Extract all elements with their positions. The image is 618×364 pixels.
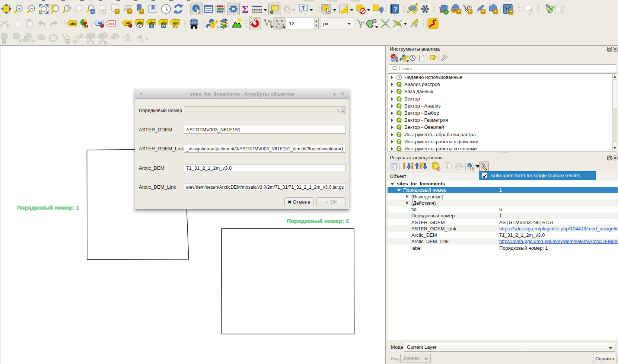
- svg-text:?: ?: [394, 6, 398, 12]
- svg-text:+: +: [445, 10, 447, 14]
- svg-text:i: i: [195, 6, 197, 11]
- svg-text:12: 12: [289, 21, 294, 26]
- svg-text:abc: abc: [109, 22, 115, 26]
- svg-text:1:1: 1:1: [77, 7, 81, 10]
- svg-text:<: <: [92, 10, 94, 14]
- svg-text:T: T: [302, 5, 305, 11]
- svg-text:i: i: [469, 164, 470, 167]
- svg-text:*: *: [3, 39, 5, 44]
- svg-text:*: *: [510, 10, 512, 15]
- svg-text:*: *: [469, 9, 471, 15]
- svg-text:+: +: [18, 6, 21, 11]
- svg-text:abc: abc: [70, 22, 76, 26]
- svg-text:Σ: Σ: [242, 3, 249, 15]
- svg-text:>: >: [103, 10, 105, 14]
- svg-text:px: px: [323, 21, 329, 26]
- svg-text:*: *: [129, 9, 131, 14]
- svg-text:*: *: [482, 9, 484, 15]
- svg-text:*: *: [116, 9, 118, 14]
- svg-text:*: *: [141, 9, 143, 14]
- svg-text:*: *: [458, 9, 460, 15]
- svg-text:*: *: [495, 9, 497, 15]
- svg-text:>: >: [217, 25, 219, 29]
- svg-text:−: −: [30, 6, 33, 11]
